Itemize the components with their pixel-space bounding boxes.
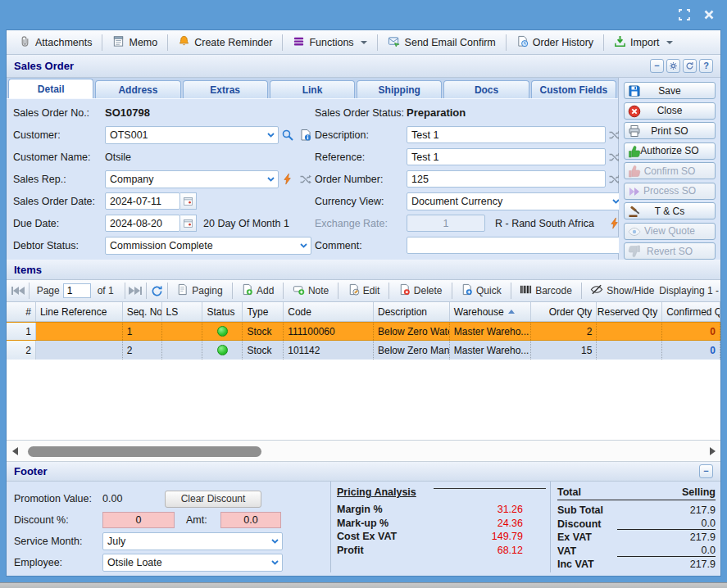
maximize-icon[interactable] bbox=[678, 8, 691, 21]
tab-custom-fields[interactable]: Custom Fields bbox=[531, 80, 616, 98]
show-hide-label: Show/Hide bbox=[607, 285, 654, 296]
sales-order-date-input[interactable] bbox=[105, 192, 180, 210]
col-order-qty[interactable]: Order Qty bbox=[531, 302, 598, 321]
discount-amt-input[interactable] bbox=[220, 512, 281, 528]
close-label: Close bbox=[657, 105, 683, 116]
barcode-button[interactable]: Barcode bbox=[515, 282, 577, 300]
delete-button[interactable]: Delete bbox=[393, 282, 448, 300]
cost-ex-vat-value: 149.79 bbox=[434, 531, 546, 542]
page-input[interactable] bbox=[63, 283, 91, 298]
show-hide-button[interactable]: Show/Hide bbox=[585, 282, 659, 300]
sales-rep-select[interactable]: Company bbox=[105, 170, 279, 188]
scroll-left-icon[interactable] bbox=[9, 446, 20, 457]
create-reminder-button[interactable]: Create Reminder bbox=[172, 33, 278, 52]
refresh-grid-icon[interactable] bbox=[151, 284, 163, 297]
debtor-status-select[interactable]: Commission Complete bbox=[105, 237, 311, 255]
reference-input[interactable] bbox=[407, 148, 606, 165]
attachments-button[interactable]: Attachments bbox=[13, 33, 98, 52]
items-grid-header: # Line Reference Seq. No. LS Status Type… bbox=[7, 302, 720, 322]
clear-discount-button[interactable]: Clear Discount bbox=[165, 491, 261, 508]
due-date-field bbox=[105, 215, 197, 232]
discount-percent-input[interactable] bbox=[102, 512, 175, 528]
tcs-button[interactable]: T & Cs bbox=[624, 202, 716, 219]
import-button[interactable]: Import bbox=[608, 33, 678, 52]
col-description[interactable]: Description bbox=[374, 302, 450, 321]
scroll-right-icon[interactable] bbox=[707, 446, 718, 457]
confirm-so-button[interactable]: Confirm SO bbox=[624, 162, 716, 179]
due-date-input[interactable] bbox=[105, 215, 180, 232]
service-month-select[interactable]: July bbox=[102, 532, 283, 550]
calendar-icon[interactable] bbox=[180, 192, 197, 210]
col-type[interactable]: Type bbox=[243, 302, 284, 321]
table-row[interactable]: 1 1 Stock 111100060 Below Zero Water Mas… bbox=[7, 322, 720, 341]
scrollbar-thumb[interactable] bbox=[28, 446, 261, 457]
save-icon bbox=[628, 84, 641, 97]
tab-docs[interactable]: Docs bbox=[443, 80, 529, 98]
help-icon[interactable]: ? bbox=[699, 59, 713, 73]
add-button[interactable]: Add bbox=[236, 282, 279, 300]
col-num[interactable]: # bbox=[7, 302, 36, 321]
tcs-label: T & Cs bbox=[655, 206, 684, 217]
edit-button[interactable]: Edit bbox=[343, 282, 385, 300]
search-icon[interactable] bbox=[279, 129, 297, 142]
shuffle-icon[interactable] bbox=[297, 173, 315, 186]
markup-value: 24.36 bbox=[434, 518, 546, 529]
minimize-footer-icon[interactable]: − bbox=[699, 464, 713, 478]
comment-label: Comment: bbox=[315, 240, 407, 251]
lightning-icon[interactable] bbox=[279, 173, 297, 185]
calendar-icon[interactable] bbox=[180, 215, 197, 232]
grid-empty-area bbox=[7, 360, 720, 440]
gear-icon[interactable] bbox=[666, 59, 680, 73]
quick-label: Quick bbox=[476, 285, 502, 296]
tab-detail[interactable]: Detail bbox=[8, 79, 93, 98]
send-email-confirm-button[interactable]: Send Email Confirm bbox=[382, 33, 502, 52]
close-button[interactable]: Close bbox=[624, 102, 716, 120]
quick-button[interactable]: Quick bbox=[456, 282, 507, 300]
customer-select[interactable]: OTS001 bbox=[105, 126, 279, 144]
process-so-button[interactable]: Process SO bbox=[624, 183, 716, 200]
cell-warehouse: Master Wareho... bbox=[450, 341, 531, 360]
customer-info-icon[interactable] bbox=[297, 129, 315, 142]
prev-page-icon[interactable] bbox=[19, 284, 25, 297]
minimize-section-icon[interactable]: − bbox=[650, 59, 664, 73]
order-number-input[interactable] bbox=[407, 170, 606, 188]
first-page-icon[interactable] bbox=[11, 284, 19, 297]
horizontal-scrollbar[interactable] bbox=[7, 440, 720, 462]
comment-input[interactable] bbox=[407, 237, 624, 254]
col-warehouse[interactable]: Warehouse bbox=[450, 302, 531, 321]
paging-button[interactable]: Paging bbox=[171, 282, 227, 300]
authorize-so-button[interactable]: Authorize SO bbox=[624, 142, 716, 160]
tab-shipping[interactable]: Shipping bbox=[357, 80, 442, 98]
tab-address[interactable]: Address bbox=[95, 80, 180, 98]
tab-link[interactable]: Link bbox=[270, 80, 355, 98]
sub-total-label: Sub Total bbox=[557, 504, 603, 516]
col-status[interactable]: Status bbox=[202, 302, 243, 321]
col-seq-no[interactable]: Seq. No. bbox=[123, 302, 162, 321]
table-row[interactable]: 2 2 Stock 101142 Below Zero Man... Maste… bbox=[7, 341, 720, 360]
paperclip-icon bbox=[19, 35, 31, 50]
eye-icon bbox=[628, 225, 641, 238]
next-page-icon[interactable] bbox=[129, 284, 134, 297]
memo-button[interactable]: Memo bbox=[107, 33, 163, 52]
order-history-button[interactable]: Order History bbox=[511, 33, 599, 52]
last-page-icon[interactable] bbox=[134, 284, 142, 297]
refresh-icon[interactable] bbox=[683, 59, 697, 73]
tab-extras[interactable]: Extras bbox=[183, 80, 268, 98]
col-code[interactable]: Code bbox=[284, 302, 374, 321]
currency-view-select[interactable]: Document Currency bbox=[407, 192, 624, 210]
functions-button[interactable]: Functions bbox=[287, 33, 372, 52]
col-line-reference[interactable]: Line Reference bbox=[36, 302, 123, 321]
print-so-button[interactable]: Print SO bbox=[624, 122, 716, 139]
note-button[interactable]: Note bbox=[288, 282, 334, 300]
view-quote-button[interactable]: View Quote bbox=[624, 223, 716, 240]
description-input[interactable] bbox=[407, 126, 606, 143]
save-button[interactable]: Save bbox=[624, 82, 716, 99]
close-window-icon[interactable] bbox=[702, 8, 716, 21]
col-confirmed-qty[interactable]: Confirmed Qty bbox=[662, 302, 720, 321]
col-ls[interactable]: LS bbox=[162, 302, 203, 321]
thumbs-up-green-icon bbox=[628, 145, 641, 158]
revert-so-button[interactable]: Revert SO bbox=[624, 242, 716, 260]
edit-icon bbox=[348, 283, 360, 298]
employee-select[interactable]: Otsile Loate bbox=[102, 554, 283, 572]
col-reserved-qty[interactable]: Reserved Qty bbox=[597, 302, 662, 321]
